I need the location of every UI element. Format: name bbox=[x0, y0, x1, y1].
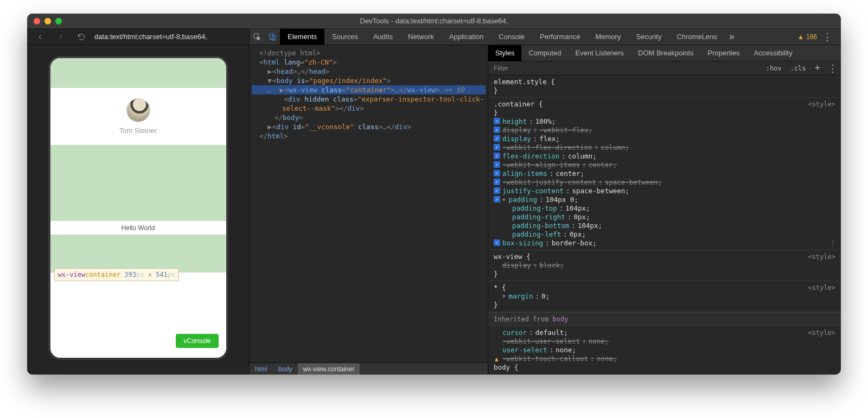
toggle-checkbox[interactable] bbox=[494, 118, 500, 124]
hello-label: Hello World bbox=[50, 221, 226, 235]
subtab-computed[interactable]: Computed bbox=[521, 45, 568, 61]
tab-performance[interactable]: Performance bbox=[532, 29, 588, 45]
toggle-checkbox[interactable] bbox=[494, 187, 500, 194]
crumb-body[interactable]: body bbox=[273, 363, 298, 375]
css-property[interactable]: -webkit-justify-content: space-between; bbox=[494, 178, 835, 187]
crumb-wxview[interactable]: wx-view.container bbox=[298, 363, 360, 375]
css-property[interactable]: flex-direction: column; bbox=[494, 152, 835, 161]
tab-chromelens[interactable]: ChromeLens bbox=[669, 29, 724, 45]
css-property[interactable]: user-select: none; bbox=[494, 346, 835, 354]
css-property[interactable]: align-items: center; bbox=[494, 169, 835, 178]
css-property[interactable]: padding-right: 0px; bbox=[494, 213, 835, 221]
subtab-a11y[interactable]: Accessibility bbox=[747, 45, 800, 61]
css-property[interactable]: height: 100%; bbox=[494, 117, 835, 126]
css-property[interactable]: ▼padding: 104px 0; bbox=[494, 195, 835, 204]
url-text[interactable]: data:text/html;charset=utf-8;base64, bbox=[94, 33, 207, 41]
css-property[interactable]: display: block; bbox=[494, 261, 835, 270]
vconsole-button[interactable]: vConsole bbox=[176, 334, 218, 348]
tabs-overflow-icon[interactable]: » bbox=[725, 31, 739, 42]
tab-elements[interactable]: Elements bbox=[280, 29, 324, 45]
css-property[interactable]: padding-left: 0px; bbox=[494, 230, 835, 239]
css-property[interactable]: justify-content: space-between; bbox=[494, 187, 835, 195]
subtab-props[interactable]: Properties bbox=[701, 45, 747, 61]
styles-pane: Styles Computed Event Listeners DOM Brea… bbox=[488, 45, 841, 375]
css-property[interactable]: -webkit-user-select: none; bbox=[494, 337, 835, 346]
preview-pane: data:text/html;charset=utf-8;base64, Tom… bbox=[27, 29, 250, 375]
titlebar: DevTools - data:text/html;charset=utf-8;… bbox=[27, 14, 841, 29]
device-simulator: Tom Steiner Hello World wx-viewcontainer… bbox=[48, 56, 228, 360]
dom-tree[interactable]: <!doctype html> <html lang="zh-CN"> ▶<he… bbox=[250, 45, 488, 363]
toggle-checkbox[interactable] bbox=[494, 126, 500, 133]
css-property[interactable]: ▼margin: 0; bbox=[494, 292, 835, 301]
window-title: DevTools - data:text/html;charset=utf-8;… bbox=[27, 17, 841, 25]
toggle-checkbox[interactable] bbox=[494, 196, 500, 202]
svg-rect-1 bbox=[270, 34, 273, 40]
back-icon[interactable] bbox=[33, 29, 48, 45]
device-toggle-icon[interactable] bbox=[265, 29, 280, 45]
forward-icon[interactable] bbox=[53, 29, 68, 45]
toggle-checkbox[interactable] bbox=[494, 161, 500, 168]
tab-network[interactable]: Network bbox=[400, 29, 442, 45]
toggle-checkbox[interactable] bbox=[494, 170, 500, 176]
filter-input[interactable]: Filter bbox=[488, 65, 762, 72]
subtab-dombp[interactable]: DOM Breakpoints bbox=[631, 45, 701, 61]
toggle-checkbox[interactable] bbox=[494, 153, 500, 159]
more-menu-icon[interactable]: ⋮ bbox=[817, 31, 838, 43]
styles-more-icon[interactable]: ⋮ bbox=[825, 62, 841, 74]
inherited-header: Inherited from body bbox=[488, 312, 841, 326]
username-label: Tom Steiner bbox=[119, 126, 157, 135]
css-property[interactable]: -webkit-align-items: center; bbox=[494, 161, 835, 169]
crumb-html[interactable]: html bbox=[250, 363, 273, 375]
tab-application[interactable]: Application bbox=[442, 29, 492, 45]
css-property[interactable]: padding-bottom: 104px; bbox=[494, 221, 835, 230]
css-property[interactable]: box-sizing: border-box; bbox=[494, 239, 835, 248]
styles-tabs: Styles Computed Event Listeners DOM Brea… bbox=[488, 45, 841, 61]
hov-button[interactable]: :hov bbox=[762, 65, 786, 72]
avatar bbox=[126, 98, 150, 122]
tab-audits[interactable]: Audits bbox=[366, 29, 400, 45]
css-property[interactable]: cursor: default; bbox=[494, 328, 835, 337]
inspector-tooltip: wx-viewcontainer 393px × 541px bbox=[54, 268, 180, 281]
css-property[interactable]: padding-top: 104px; bbox=[494, 204, 835, 213]
tab-security[interactable]: Security bbox=[628, 29, 669, 45]
toggle-checkbox[interactable] bbox=[494, 239, 500, 246]
tab-console[interactable]: Console bbox=[491, 29, 532, 45]
tab-memory[interactable]: Memory bbox=[588, 29, 628, 45]
url-bar: data:text/html;charset=utf-8;base64, bbox=[27, 29, 249, 45]
subtab-listeners[interactable]: Event Listeners bbox=[568, 45, 631, 61]
css-property[interactable]: ▲-webkit-touch-callout: none; bbox=[494, 354, 835, 363]
main-tab-bar: Elements Sources Audits Network Applicat… bbox=[250, 29, 841, 45]
css-property[interactable]: -webkit-flex-direction: column; bbox=[494, 143, 835, 152]
toggle-checkbox[interactable] bbox=[494, 179, 500, 185]
cls-button[interactable]: .cls bbox=[786, 65, 810, 72]
tab-sources[interactable]: Sources bbox=[324, 29, 366, 45]
css-property[interactable]: display: -webkit-flex; bbox=[494, 126, 835, 135]
css-property[interactable]: display: flex; bbox=[494, 135, 835, 143]
warnings-count[interactable]: ▲ 166 bbox=[797, 33, 817, 41]
devtools-window: DevTools - data:text/html;charset=utf-8;… bbox=[27, 14, 841, 375]
inspect-icon[interactable] bbox=[250, 29, 265, 45]
styles-rules[interactable]: element.style { } <style> .container { }… bbox=[488, 75, 841, 375]
new-rule-icon[interactable]: + bbox=[810, 62, 825, 74]
reload-icon[interactable] bbox=[74, 29, 89, 45]
toggle-checkbox[interactable] bbox=[494, 144, 500, 150]
dom-selected-node[interactable]: … ▶<wx-view class="container">…</wx-view… bbox=[252, 85, 486, 94]
toggle-checkbox[interactable] bbox=[494, 135, 500, 142]
breadcrumb: html body wx-view.container bbox=[250, 363, 488, 375]
subtab-styles[interactable]: Styles bbox=[488, 45, 521, 61]
